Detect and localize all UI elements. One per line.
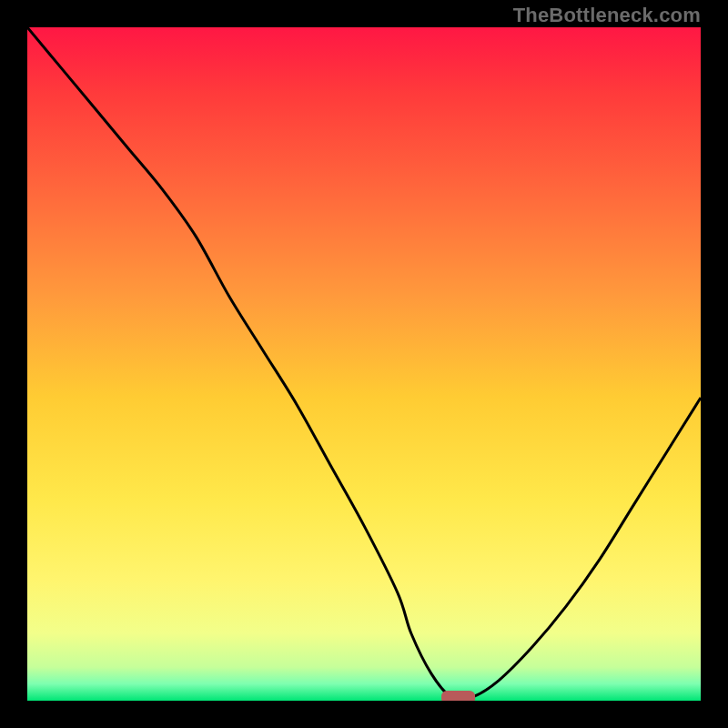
watermark-text: TheBottleneck.com [513, 4, 701, 27]
bottleneck-chart [27, 27, 701, 701]
chart-frame: TheBottleneck.com [0, 0, 728, 728]
gradient-background [27, 27, 701, 701]
plot-area [27, 27, 701, 701]
optimal-marker [441, 691, 475, 701]
